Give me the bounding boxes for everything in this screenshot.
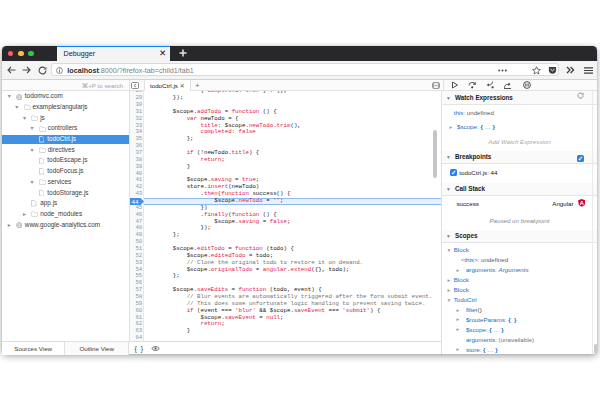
svg-text:44: 44 xyxy=(131,198,138,204)
svg-text:A: A xyxy=(580,200,584,206)
